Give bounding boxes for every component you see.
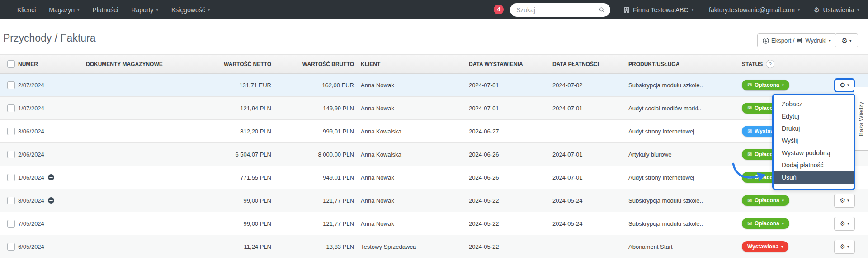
select-all-checkbox[interactable] xyxy=(7,60,15,68)
search-icon[interactable] xyxy=(599,6,605,14)
net-value: 812,20 PLN xyxy=(208,128,271,135)
row-checkbox[interactable] xyxy=(7,243,15,251)
menu-item-wystaw-podobna[interactable]: Wystaw podobną xyxy=(774,147,854,159)
caret-down-icon: ▾ xyxy=(829,38,831,43)
nav-item-klienci[interactable]: Klienci xyxy=(17,6,36,14)
row-checkbox[interactable] xyxy=(7,81,15,89)
client-name[interactable]: Anna Nowak xyxy=(354,105,469,112)
minus-circle-icon[interactable] xyxy=(48,174,54,180)
table-row[interactable]: 6/05/2024 11,24 PLN 13,83 PLN Testowy Sp… xyxy=(0,235,868,258)
issue-date: 2024-05-22 xyxy=(469,197,552,204)
export-prints-button[interactable]: Eksport / Wydruki ▾ xyxy=(757,33,836,47)
invoice-number-link[interactable]: 2/07/2024 xyxy=(18,82,44,89)
row-checkbox[interactable] xyxy=(7,104,15,112)
caret-down-icon: ▾ xyxy=(782,199,784,203)
col-header-numer[interactable]: NUMER xyxy=(18,61,86,67)
net-value: 121,94 PLN xyxy=(208,105,271,112)
envelope-icon: ✉ xyxy=(747,174,752,180)
settings-menu[interactable]: ⚙ Ustawienia ▾ xyxy=(814,0,859,19)
minus-circle-icon[interactable] xyxy=(48,197,54,204)
issue-date: 2024-06-26 xyxy=(469,174,552,181)
chevron-down-icon: ▾ xyxy=(208,8,210,12)
menu-item-zobacz[interactable]: Zobacz xyxy=(774,98,854,110)
table-row[interactable]: 3/06/2024 812,20 PLN 999,01 PLN Anna Kow… xyxy=(0,120,868,143)
row-checkbox[interactable] xyxy=(7,197,15,204)
col-header-klient[interactable]: KLIENT xyxy=(354,61,469,67)
row-actions-button[interactable]: ⚙ ▾ xyxy=(834,217,855,231)
invoice-number-link[interactable]: 3/06/2024 xyxy=(18,128,44,135)
invoice-number-link[interactable]: 8/05/2024 xyxy=(18,197,44,204)
status-badge[interactable]: ✉ Opłacona ▾ xyxy=(742,218,789,229)
row-actions-button[interactable]: ⚙ ▾ xyxy=(834,78,855,92)
client-name[interactable]: Anna Nowak xyxy=(354,174,469,181)
help-icon[interactable]: ? xyxy=(766,60,774,68)
menu-item-usun[interactable]: Usuń xyxy=(774,171,854,184)
client-name[interactable]: Anna Nowak xyxy=(354,220,469,227)
col-header-platnosci[interactable]: DATA PŁATNOŚCI xyxy=(552,61,628,67)
net-value: 771,55 PLN xyxy=(208,174,271,181)
issue-date: 2024-06-26 xyxy=(469,151,552,158)
col-header-brutto[interactable]: WARTOŚĆ BRUTTO xyxy=(271,61,354,67)
table-row[interactable]: 1/07/2024 121,94 PLN 149,99 PLN Anna Now… xyxy=(0,97,868,120)
client-name[interactable]: Testowy Sprzedawca xyxy=(354,243,469,250)
nav-item-ksiegowosc[interactable]: Księgowość ▾ xyxy=(171,6,210,14)
invoice-number-link[interactable]: 6/05/2024 xyxy=(18,243,44,250)
menu-item-wyslij[interactable]: Wyślij xyxy=(774,135,854,147)
menu-item-edytuj[interactable]: Edytuj xyxy=(774,110,854,123)
chevron-down-icon: ▾ xyxy=(692,8,694,12)
nav-item-platnosci[interactable]: Płatności xyxy=(93,6,118,14)
table-settings-button[interactable]: ⚙ ▾ xyxy=(835,33,858,47)
row-checkbox[interactable] xyxy=(7,174,15,181)
company-switcher[interactable]: Firma Testowa ABC ▾ xyxy=(623,0,693,19)
row-checkbox[interactable] xyxy=(7,220,15,228)
row-checkbox[interactable] xyxy=(7,128,15,135)
account-menu[interactable]: faktury.testowanie@gmail.com ▾ xyxy=(709,0,800,19)
issue-date: 2024-07-01 xyxy=(469,105,552,112)
table-row[interactable]: 1/06/2024 771,55 PLN 949,01 PLN Anna Now… xyxy=(0,166,868,189)
product-name: Subskrypcja modułu szkole.. xyxy=(628,220,742,227)
status-header-label: STATUS xyxy=(742,61,763,67)
col-header-wystawienia[interactable]: DATA WYSTAWIENIA xyxy=(469,61,552,67)
col-header-status[interactable]: STATUS ? xyxy=(742,60,834,68)
chevron-down-icon: ▾ xyxy=(798,8,800,12)
menu-item-drukuj[interactable]: Drukuj xyxy=(774,123,854,135)
row-checkbox[interactable] xyxy=(7,151,15,158)
notification-badge[interactable]: 4 xyxy=(494,5,504,14)
gross-value: 162,00 EUR xyxy=(271,82,354,89)
search-input[interactable] xyxy=(515,6,599,14)
invoice-number-link[interactable]: 1/06/2024 xyxy=(18,174,44,181)
status-label: Opłacona xyxy=(755,82,779,88)
client-name[interactable]: Anna Kowalska xyxy=(354,128,469,135)
settings-label: Ustawienia xyxy=(823,6,854,14)
status-badge[interactable]: ✉ Opłacona ▾ xyxy=(742,80,789,90)
building-icon xyxy=(623,7,630,13)
invoice-number-link[interactable]: 2/06/2024 xyxy=(18,151,44,158)
knowledge-base-tab[interactable]: Baza Wiedzy xyxy=(854,87,868,151)
product-name: Audyt strony internetowej xyxy=(628,128,742,135)
menu-item-dodaj-platnosc[interactable]: Dodaj płatność xyxy=(774,159,854,171)
status-badge[interactable]: ✉ Opłacona ▾ xyxy=(742,195,789,206)
payment-date: 2024-07-02 xyxy=(552,82,628,89)
nav-item-magazyn[interactable]: Magazyn ▾ xyxy=(49,6,79,14)
table-row[interactable]: 2/06/2024 6 504,07 PLN 8 000,00 PLN Anna… xyxy=(0,143,868,166)
row-actions-button[interactable]: ⚙ ▾ xyxy=(834,194,855,208)
nav-item-raporty[interactable]: Raporty ▾ xyxy=(131,6,158,14)
invoice-number-link[interactable]: 7/05/2024 xyxy=(18,220,44,227)
top-navbar: Klienci Magazyn ▾ Płatności Raporty ▾ Ks… xyxy=(0,0,868,19)
client-name[interactable]: Anna Nowak xyxy=(354,197,469,204)
client-name[interactable]: Anna Nowak xyxy=(354,82,469,89)
col-header-dokumenty[interactable]: DOKUMENTY MAGAZYNOWE xyxy=(86,61,208,67)
table-row[interactable]: 2/07/2024 131,71 EUR 162,00 EUR Anna Now… xyxy=(0,74,868,97)
product-name: Audyt social mediów marki.. xyxy=(628,105,742,112)
status-badge[interactable]: Wystawiona ▾ xyxy=(742,241,788,252)
row-actions-button[interactable]: ⚙ ▾ xyxy=(834,240,855,254)
col-header-produkt[interactable]: PRODUKT/USŁUGA xyxy=(628,61,742,67)
table-row[interactable]: 7/05/2024 99,00 PLN 121,77 PLN Anna Nowa… xyxy=(0,212,868,235)
invoice-number-link[interactable]: 1/07/2024 xyxy=(18,105,44,112)
col-header-netto[interactable]: WARTOŚĆ NETTO xyxy=(208,61,271,67)
client-name[interactable]: Anna Kowalska xyxy=(354,151,469,158)
chevron-down-icon: ▾ xyxy=(857,8,859,12)
table-row[interactable]: 8/05/2024 99,00 PLN 121,77 PLN Anna Nowa… xyxy=(0,189,868,212)
caret-down-icon: ▾ xyxy=(849,38,852,43)
product-name: Subskrypcja modułu szkole.. xyxy=(628,197,742,204)
